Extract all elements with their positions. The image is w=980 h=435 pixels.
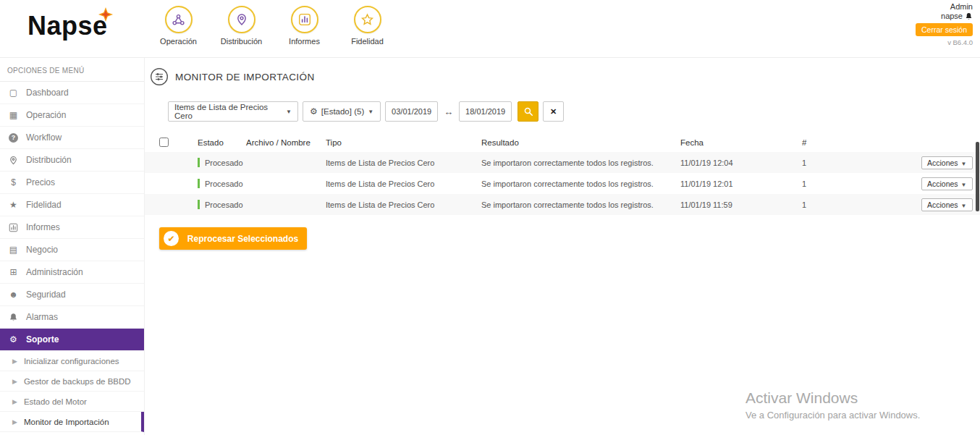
top-header: Napse Operación Distribución Informes <box>0 0 980 58</box>
estado-cell: Procesado <box>198 158 246 167</box>
select-value: Items de Lista de Precios Cero <box>174 103 286 120</box>
estado-filter-button[interactable]: ⚙ [Estado] (5) ▼ <box>303 101 381 122</box>
module-label: Fidelidad <box>336 37 399 46</box>
sidebar-item-precios[interactable]: $ Precios <box>0 172 144 194</box>
logout-button[interactable]: Cerrar sesión <box>916 23 973 36</box>
sidebar-subitem-estado-del-motor[interactable]: ▶ Estado del Motor <box>0 392 144 412</box>
sidebar-item-label: Alarmas <box>26 312 58 322</box>
reprocess-label: Reprocesar Seleccionados <box>179 234 307 244</box>
napse-logo[interactable]: Napse <box>28 13 124 39</box>
table-row: Procesado Items de Lista de Precios Cero… <box>145 173 980 194</box>
column-header-fecha: Fecha <box>680 138 802 147</box>
sidebar-item-label: Administración <box>26 267 83 277</box>
windows-activation-watermark: Activar Windows Ve a Configuración para … <box>745 389 920 421</box>
num-cell: 1 <box>802 200 921 209</box>
sidebar-item-workflow[interactable]: ? Workflow <box>0 127 144 149</box>
monitor-icon: ▢ <box>7 88 20 98</box>
version-label: v B6.4.0 <box>916 38 973 46</box>
chevron-right-icon: ▶ <box>12 358 17 365</box>
column-header-archivo: Archivo / Nombre <box>246 138 326 147</box>
sidebar-subitem-label: Estado del Motor <box>24 397 87 406</box>
logo-spark-icon <box>98 7 114 25</box>
tipo-cell: Items de Lista de Precios Cero <box>326 159 481 167</box>
ledger-icon: ▤ <box>7 245 20 255</box>
tipo-cell: Items de Lista de Precios Cero <box>326 180 481 188</box>
num-cell: 1 <box>802 159 921 167</box>
chevron-down-icon: ▼ <box>368 109 373 115</box>
module-operacion[interactable]: Operación <box>147 6 210 46</box>
import-table: Estado Archivo / Nombre Tipo Resultado F… <box>145 133 980 215</box>
sidebar-subitem-gestor-backups-bbdd[interactable]: ▶ Gestor de backups de BBDD <box>0 371 144 392</box>
sidebar-subitem-inicializar-configuraciones[interactable]: ▶ Inicializar configuraciones <box>0 351 144 371</box>
sidebar-item-administracion[interactable]: ⊞ Administración <box>0 261 144 284</box>
vertical-scrollbar-thumb[interactable] <box>976 142 979 211</box>
acciones-button[interactable]: Acciones▼ <box>921 177 973 190</box>
page-title: MONITOR DE IMPORTACIÓN <box>175 72 315 83</box>
module-label: Distribución <box>210 37 273 46</box>
fecha-cell: 11/01/19 12:04 <box>680 159 802 167</box>
sidebar-item-soporte[interactable]: ⚙ Soporte <box>0 329 144 351</box>
sidebar-subitem-label: Monitor de Importación <box>24 418 109 426</box>
check-circle-icon: ✔ <box>164 231 179 246</box>
calendar-icon: ⊞ <box>7 267 20 277</box>
status-green-bar <box>198 179 200 188</box>
acciones-button[interactable]: Acciones▼ <box>921 156 973 169</box>
module-fidelidad[interactable]: Fidelidad <box>336 6 399 46</box>
main-content: MONITOR DE IMPORTACIÓN Items de Lista de… <box>145 58 980 435</box>
sidebar-item-dashboard[interactable]: ▢ Dashboard <box>0 82 144 104</box>
sidebar: OPCIONES DE MENÚ ▢ Dashboard ▦ Operación… <box>0 58 145 435</box>
import-type-select[interactable]: Items de Lista de Precios Cero ▼ <box>168 101 298 122</box>
resultado-cell: Se importaron correctamente todos los re… <box>481 180 680 188</box>
sidebar-item-label: Seguridad <box>26 290 66 300</box>
date-to-input[interactable]: 18/01/2019 <box>459 101 512 122</box>
sidebar-item-fidelidad[interactable]: ★ Fidelidad <box>0 194 144 216</box>
watermark-subtitle: Ve a Configuración para activar Windows. <box>745 410 920 421</box>
sidebar-item-label: Soporte <box>26 334 59 345</box>
filter-bar: Items de Lista de Precios Cero ▼ ⚙ [Esta… <box>168 101 980 122</box>
grid-icon: ▦ <box>7 110 20 120</box>
date-from-input[interactable]: 03/01/2019 <box>385 101 438 122</box>
chevron-down-icon: ▼ <box>961 161 967 167</box>
close-icon: ✕ <box>550 107 557 117</box>
sidebar-item-seguridad[interactable]: ☻ Seguridad <box>0 284 144 306</box>
users-icon: ☻ <box>7 290 20 300</box>
user-name: Admin <box>916 2 973 11</box>
sidebar-subitem-monitor-de-importacion[interactable]: ▶ Monitor de Importación <box>0 412 144 432</box>
gear-icon: ⚙ <box>310 106 318 117</box>
module-nav: Operación Distribución Informes Fidelida… <box>147 6 399 46</box>
table-row: Procesado Items de Lista de Precios Cero… <box>145 152 980 173</box>
sidebar-item-alarmas[interactable]: Alarmas <box>0 306 144 329</box>
sidebar-item-informes[interactable]: Informes <box>0 216 144 239</box>
map-pin-icon <box>228 6 255 33</box>
sidebar-item-label: Distribución <box>26 155 72 165</box>
chevron-right-icon: ▶ <box>12 398 17 405</box>
select-all-checkbox[interactable] <box>159 138 169 147</box>
watermark-title: Activar Windows <box>745 389 920 407</box>
acciones-button[interactable]: Acciones▼ <box>921 198 973 211</box>
module-distribucion[interactable]: Distribución <box>210 6 273 46</box>
bell-icon <box>965 12 973 20</box>
sidebar-item-negocio[interactable]: ▤ Negocio <box>0 239 144 261</box>
module-label: Informes <box>273 37 336 46</box>
star-icon <box>354 6 381 33</box>
module-label: Operación <box>147 37 210 46</box>
module-informes[interactable]: Informes <box>273 6 336 46</box>
sliders-icon <box>150 67 169 86</box>
sidebar-subitem-label: Gestor de backups de BBDD <box>24 377 131 386</box>
gear-icon: ⚙ <box>7 334 20 345</box>
reprocess-selected-button[interactable]: ✔ Reprocesar Seleccionados <box>159 227 307 250</box>
column-header-tipo: Tipo <box>326 138 481 147</box>
sidebar-item-label: Workflow <box>26 132 62 143</box>
clear-filters-button[interactable]: ✕ <box>543 101 564 122</box>
user-account[interactable]: napse <box>916 12 973 20</box>
user-box: Admin napse Cerrar sesión v B6.4.0 <box>916 2 973 46</box>
sidebar-item-distribucion[interactable]: Distribución <box>0 149 144 172</box>
estado-cell: Procesado <box>198 200 246 209</box>
sidebar-item-operacion[interactable]: ▦ Operación <box>0 104 144 127</box>
search-button[interactable] <box>518 101 538 122</box>
status-green-bar <box>198 200 200 209</box>
chevron-down-icon: ▼ <box>286 109 292 115</box>
sidebar-item-label: Informes <box>26 222 60 232</box>
estado-filter-label: [Estado] (5) <box>321 107 364 116</box>
star-icon: ★ <box>7 200 20 210</box>
